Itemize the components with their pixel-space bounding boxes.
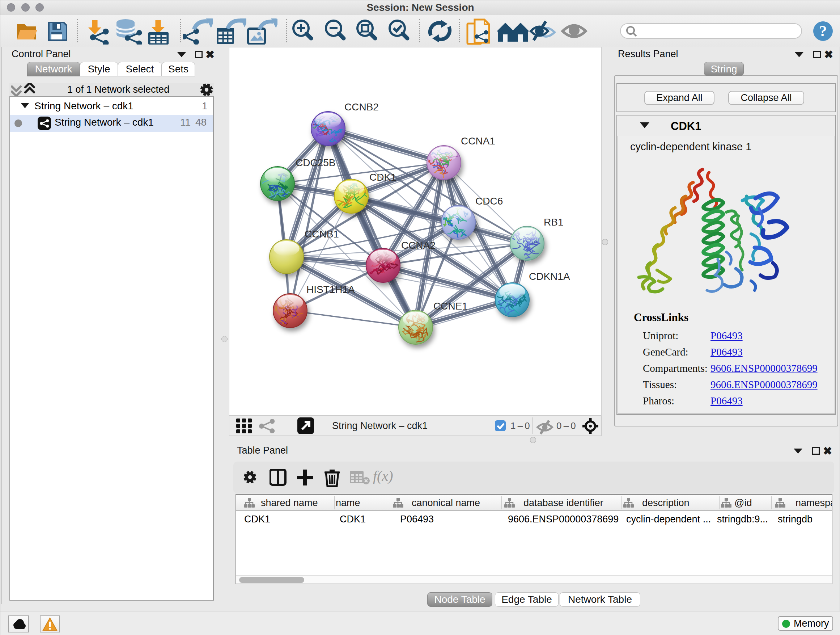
svg-text:CCNB2: CCNB2 — [344, 101, 379, 112]
svg-text:CDC25B: CDC25B — [295, 157, 335, 168]
svg-text:CCNA2: CCNA2 — [401, 240, 436, 251]
svg-text:?: ? — [819, 23, 827, 40]
svg-text:CDK1: CDK1 — [369, 172, 396, 183]
svg-text:HIST1H1A: HIST1H1A — [306, 284, 355, 295]
svg-text:CDKN1A: CDKN1A — [529, 271, 570, 282]
svg-text:CCNB1: CCNB1 — [305, 228, 339, 240]
svg-text:CCNA1: CCNA1 — [461, 135, 495, 147]
svg-text:CDC6: CDC6 — [475, 195, 503, 207]
svg-text:CCNE1: CCNE1 — [433, 301, 468, 312]
svg-text:RB1: RB1 — [544, 217, 563, 228]
